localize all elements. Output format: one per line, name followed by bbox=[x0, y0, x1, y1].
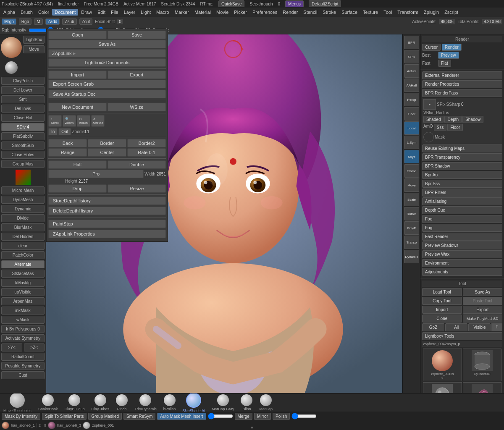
auto-mask-mesh-button[interactable]: Auto Mask Mesh Insert bbox=[157, 413, 206, 420]
save-as-tool-button[interactable]: Save As bbox=[463, 288, 503, 296]
render-properties-button[interactable]: Render Properties bbox=[422, 80, 502, 88]
tool-thumb-zsphere[interactable]: zsphere_0042s 9 bbox=[423, 349, 462, 381]
inkmask-button[interactable]: inkMask bbox=[1, 307, 45, 315]
move-vp-button[interactable]: Move bbox=[404, 178, 419, 192]
adjustments-button[interactable]: Adjustments bbox=[422, 268, 502, 276]
rgb-button[interactable]: Rgb bbox=[19, 18, 32, 25]
cust-button[interactable]: Cust bbox=[1, 371, 45, 379]
shaded-button[interactable]: Shaded bbox=[423, 116, 444, 123]
goz-button[interactable]: GoZ bbox=[422, 323, 444, 331]
menu-render[interactable]: Render bbox=[280, 9, 300, 16]
save-startup-doc-button[interactable]: Save As Startup Doc bbox=[48, 90, 166, 98]
del-lower-button[interactable]: Del Lower bbox=[1, 86, 45, 94]
render-button[interactable]: Render bbox=[442, 44, 462, 51]
border2-button[interactable]: Border2 bbox=[127, 139, 166, 147]
polish-slider[interactable] bbox=[291, 414, 317, 419]
lightbox-documents-button[interactable]: Lightbox> Documents bbox=[48, 58, 166, 67]
reuse-maps-button[interactable]: Reuse Existing Maps bbox=[422, 144, 502, 152]
menu-surface[interactable]: Surface bbox=[339, 9, 360, 16]
auto-mask-slider[interactable] bbox=[208, 414, 233, 419]
delete-depth-history-button[interactable]: DeleteDepthHistory bbox=[48, 207, 166, 215]
smoothsub-button[interactable]: SmoothSub bbox=[1, 142, 45, 149]
brush-blinn[interactable]: Blinn bbox=[241, 394, 252, 411]
rotate-button[interactable]: Rotate bbox=[404, 207, 419, 220]
environment-button[interactable]: Environment bbox=[422, 259, 502, 267]
merge-button[interactable]: Merge bbox=[235, 413, 252, 420]
activate-symmetry-button[interactable]: Activate Symmetry bbox=[1, 334, 45, 342]
double-button[interactable]: Double bbox=[108, 160, 166, 169]
brush-trimdynamic[interactable]: TrimDynamic bbox=[134, 394, 157, 411]
menu-edit[interactable]: Edit bbox=[95, 9, 108, 16]
mask-by-intensity-button[interactable]: Mask By Intensity bbox=[2, 413, 40, 420]
tool-thumb-cylinder[interactable]: Cylinder3D bbox=[463, 349, 502, 381]
color-gradient[interactable] bbox=[16, 170, 31, 185]
preview-button[interactable]: Preview bbox=[438, 52, 459, 59]
posable-symmetry-button[interactable]: Posable Symmetry bbox=[1, 362, 45, 370]
rate-button[interactable]: Rate 0.1 bbox=[127, 148, 166, 157]
bpr-filters-button[interactable]: BPR Filters bbox=[422, 189, 502, 197]
doc-export-button[interactable]: Export bbox=[108, 71, 166, 79]
split-to-similar-button[interactable]: Split To Similar Parts bbox=[42, 413, 87, 420]
center-button[interactable]: Center bbox=[88, 148, 126, 157]
foo-button[interactable]: Foo bbox=[422, 215, 502, 223]
scroll-icon-btn[interactable]: ↕Scroll bbox=[48, 115, 62, 127]
zsub-button[interactable]: Zsub bbox=[62, 18, 76, 25]
lightbox-button[interactable]: LightBox bbox=[23, 36, 45, 44]
floor-r-button[interactable]: Floor bbox=[447, 124, 463, 131]
sxyz-button[interactable]: Sxyz bbox=[404, 150, 419, 163]
polish-button[interactable]: Polish bbox=[273, 413, 290, 420]
copy-tool-button[interactable]: Copy Tool bbox=[422, 297, 462, 305]
menu-brush[interactable]: Brush bbox=[18, 9, 35, 16]
stkfacemas-button[interactable]: StkfaceMas bbox=[1, 270, 45, 278]
store-depth-history-button[interactable]: StoreDepthHistory bbox=[48, 197, 166, 205]
wmask-button[interactable]: wMask bbox=[1, 316, 45, 324]
blur-mask-button[interactable]: BlurMask bbox=[1, 223, 45, 231]
sdiv-button[interactable]: SDiv 4 bbox=[1, 123, 45, 131]
mrgb-button[interactable]: Mrgb bbox=[2, 18, 16, 25]
visible-button[interactable]: Visible bbox=[468, 323, 491, 331]
brush-hpolish[interactable]: hPolish bbox=[163, 394, 176, 411]
menu-preferences[interactable]: Preferences bbox=[250, 9, 280, 16]
paste-tool-button[interactable]: Paste Tool bbox=[463, 297, 503, 305]
export-tool-button[interactable]: Export bbox=[463, 306, 503, 314]
menus-button[interactable]: Menus bbox=[285, 0, 304, 7]
actual-vp-button[interactable]: Actual bbox=[404, 64, 419, 78]
menu-tool[interactable]: Tool bbox=[381, 9, 394, 16]
menu-texture[interactable]: Texture bbox=[360, 9, 381, 16]
scale-button[interactable]: Scale bbox=[404, 193, 419, 206]
fog-button[interactable]: Fog bbox=[422, 224, 502, 232]
antialiasing-button[interactable]: Antialiasing bbox=[422, 197, 502, 205]
import-tool-button[interactable]: Import bbox=[422, 306, 462, 314]
zoom-icon-btn[interactable]: 🔍Zoom bbox=[63, 115, 76, 127]
preview-wax-button[interactable]: Preview Wax bbox=[422, 250, 502, 258]
m-button[interactable]: M bbox=[34, 18, 42, 25]
drop-button[interactable]: Drop bbox=[48, 184, 107, 193]
brush-pinch[interactable]: Pinch bbox=[116, 394, 128, 411]
brush-claytubes[interactable]: ClayTubes bbox=[91, 394, 109, 411]
zapplink-properties-button[interactable]: ZAppLink Properties bbox=[48, 230, 166, 238]
aahalf-vp-button[interactable]: AAHalf bbox=[404, 79, 419, 92]
dynamic-vp-button[interactable]: Dynamic bbox=[404, 250, 419, 263]
dynamic-button[interactable]: Dynamic bbox=[1, 205, 45, 213]
brush-snakehook[interactable]: SnakeHook bbox=[38, 394, 58, 411]
zadd-button[interactable]: Zadd bbox=[45, 18, 60, 25]
kmaskig-button[interactable]: kMaskIg bbox=[1, 279, 45, 287]
group-masked-button[interactable]: Group Masked bbox=[88, 413, 122, 420]
tool-thumb-hair[interactable]: hair_alone6 bbox=[463, 382, 502, 393]
patch-color-button[interactable]: PatchColor bbox=[1, 251, 45, 259]
bpr-renderpass-button[interactable]: BPR RenderPass bbox=[422, 89, 502, 97]
local-button[interactable]: Local bbox=[404, 121, 419, 135]
micro-mesh-button[interactable]: Micro Mesh bbox=[1, 186, 45, 194]
menu-stencil[interactable]: Stencil bbox=[301, 9, 320, 16]
fast-render-button[interactable]: Fast Render bbox=[422, 233, 502, 241]
menu-file[interactable]: File bbox=[108, 9, 121, 16]
alternate-button[interactable]: Alternate bbox=[1, 260, 45, 268]
bpr-sss-button[interactable]: Bpr Sss bbox=[422, 180, 502, 188]
depth-button[interactable]: Depth bbox=[444, 116, 462, 123]
zoom-out-button[interactable]: Out bbox=[58, 128, 71, 135]
menu-stroke[interactable]: Stroke bbox=[320, 9, 339, 16]
floor-button[interactable]: Floor bbox=[404, 107, 419, 121]
tool-thumb-simplebrush[interactable]: SimpleBrush bbox=[423, 382, 462, 393]
del-hidden-button[interactable]: Del Hidden bbox=[1, 233, 45, 241]
polyf-button[interactable]: PolyF bbox=[404, 221, 419, 235]
